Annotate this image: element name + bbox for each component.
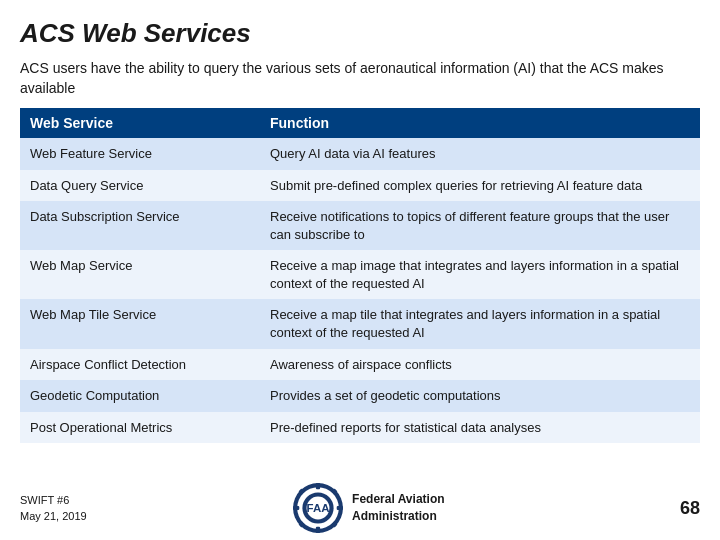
service-cell: Web Map Service	[20, 250, 260, 299]
service-cell: Web Map Tile Service	[20, 299, 260, 348]
service-cell: Post Operational Metrics	[20, 412, 260, 444]
function-cell: Submit pre-defined complex queries for r…	[260, 170, 700, 202]
table-row: Geodetic ComputationProvides a set of ge…	[20, 380, 700, 412]
function-cell: Awareness of airspace conflicts	[260, 349, 700, 381]
agency-line2: Administration	[352, 509, 437, 523]
service-cell: Geodetic Computation	[20, 380, 260, 412]
table-row: Data Subscription ServiceReceive notific…	[20, 201, 700, 250]
table-row: Airspace Conflict DetectionAwareness of …	[20, 349, 700, 381]
slide-id: SWIFT #6	[20, 494, 69, 506]
footer-date: May 21, 2019	[20, 510, 87, 522]
footer-agency-name: Federal Aviation Administration	[352, 491, 444, 525]
header-service: Web Service	[20, 108, 260, 138]
function-cell: Receive a map image that integrates and …	[260, 250, 700, 299]
footer: SWIFT #6 May 21, 2019	[20, 474, 700, 540]
footer-center: FAA Federal Aviation Administration	[292, 482, 444, 534]
service-cell: Data Query Service	[20, 170, 260, 202]
svg-text:FAA: FAA	[307, 502, 330, 514]
svg-rect-4	[293, 506, 299, 510]
page-container: ACS Web Services ACS users have the abil…	[0, 0, 720, 540]
service-cell: Airspace Conflict Detection	[20, 349, 260, 381]
table-wrapper: Web Service Function Web Feature Service…	[20, 108, 700, 470]
services-table: Web Service Function Web Feature Service…	[20, 108, 700, 443]
table-row: Web Feature ServiceQuery AI data via AI …	[20, 138, 700, 170]
table-header-row: Web Service Function	[20, 108, 700, 138]
function-cell: Provides a set of geodetic computations	[260, 380, 700, 412]
header-function: Function	[260, 108, 700, 138]
footer-left: SWIFT #6 May 21, 2019	[20, 492, 87, 525]
svg-rect-5	[337, 506, 343, 510]
page-number: 68	[680, 498, 700, 519]
faa-logo-icon: FAA	[292, 482, 344, 534]
page-title: ACS Web Services	[20, 18, 700, 49]
service-cell: Data Subscription Service	[20, 201, 260, 250]
service-cell: Web Feature Service	[20, 138, 260, 170]
function-cell: Receive notifications to topics of diffe…	[260, 201, 700, 250]
function-cell: Receive a map tile that integrates and l…	[260, 299, 700, 348]
svg-rect-2	[316, 483, 320, 489]
function-cell: Pre-defined reports for statistical data…	[260, 412, 700, 444]
table-row: Data Query ServiceSubmit pre-defined com…	[20, 170, 700, 202]
svg-rect-3	[316, 527, 320, 533]
table-row: Web Map Tile ServiceReceive a map tile t…	[20, 299, 700, 348]
table-row: Post Operational MetricsPre-defined repo…	[20, 412, 700, 444]
table-row: Web Map ServiceReceive a map image that …	[20, 250, 700, 299]
page-subtitle: ACS users have the ability to query the …	[20, 59, 700, 98]
agency-line1: Federal Aviation	[352, 492, 444, 506]
function-cell: Query AI data via AI features	[260, 138, 700, 170]
